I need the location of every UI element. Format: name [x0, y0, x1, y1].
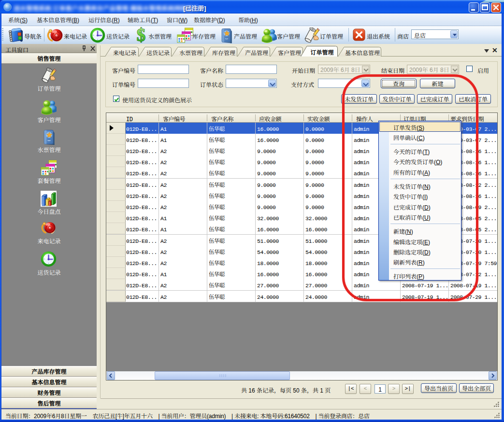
svg-text:$: $ [137, 27, 146, 44]
